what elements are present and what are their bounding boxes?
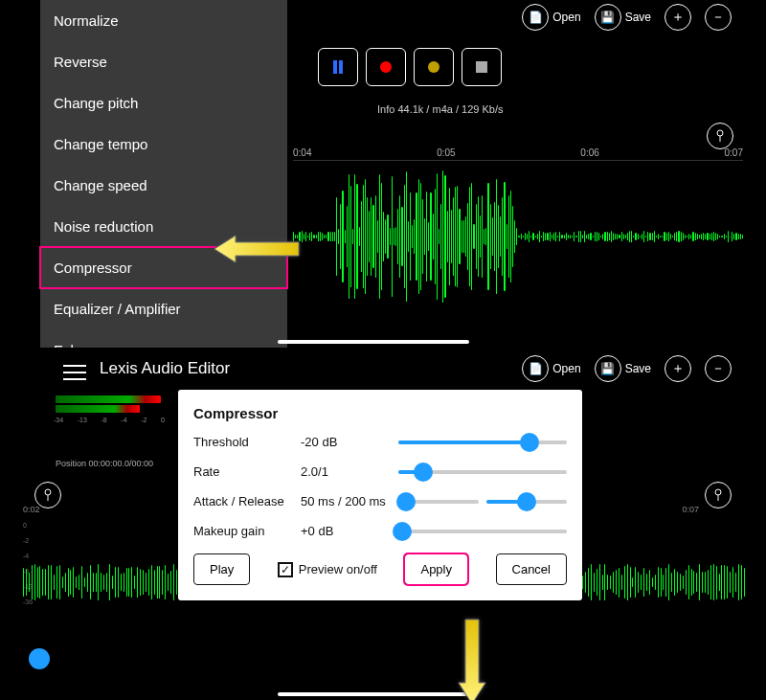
preview-label: Preview on/off (299, 562, 377, 576)
zoom-out-button[interactable]: － (705, 4, 732, 31)
cancel-button[interactable]: Cancel (496, 553, 567, 585)
open-button[interactable]: 📄 (522, 355, 549, 382)
checkbox-icon: ✓ (278, 562, 293, 577)
svg-point-5 (717, 130, 723, 136)
svg-marker-7 (214, 236, 299, 262)
makeup-gain-label: Makeup gain (193, 524, 301, 538)
menu-item-equalizer-amplifier[interactable]: Equalizer / Amplifier (40, 288, 287, 329)
zoom-out-icon: － (711, 9, 725, 26)
pin-marker-right[interactable] (705, 482, 732, 508)
stop-button[interactable] (462, 48, 502, 86)
zoom-out-button[interactable]: － (705, 355, 732, 382)
menu-item-change-pitch[interactable]: Change pitch (40, 82, 287, 124)
svg-rect-0 (333, 60, 337, 74)
app-title: Lexis Audio Editor (100, 359, 230, 378)
pin-icon (42, 488, 54, 502)
svg-marker-12 (459, 620, 485, 700)
file-info: Info 44.1k / m4a / 129 Kb/s (377, 103, 503, 115)
pin-marker-right[interactable] (707, 123, 733, 149)
threshold-value: -20 dB (301, 435, 398, 449)
menu-item-normalize[interactable]: Normalize (40, 0, 287, 41)
save-label: Save (625, 362, 651, 375)
save-icon: 💾 (600, 362, 615, 375)
compressor-dialog: Compressor Threshold -20 dB Rate 2.0/1 A… (178, 390, 582, 600)
transport-controls (318, 48, 502, 86)
svg-rect-4 (476, 61, 487, 73)
zoom-in-button[interactable]: ＋ (665, 355, 691, 382)
zoom-out-icon: － (711, 360, 725, 377)
open-label: Open (552, 362, 580, 375)
callout-arrow-apply (453, 618, 491, 700)
menu-item-change-tempo[interactable]: Change tempo (40, 124, 287, 165)
zoom-in-button[interactable]: ＋ (665, 4, 691, 31)
home-indicator (278, 692, 469, 696)
save-button[interactable]: 💾 (595, 355, 621, 382)
makeup-gain-value: +0 dB (301, 524, 398, 538)
level-meter (56, 395, 161, 415)
tick: 0:06 (580, 147, 598, 158)
zoom-in-icon: ＋ (671, 9, 685, 26)
open-button[interactable]: 📄 (522, 4, 549, 31)
release-slider[interactable] (486, 500, 567, 504)
dialog-title: Compressor (193, 405, 567, 421)
menu-button[interactable] (63, 360, 86, 385)
scrub-handle[interactable] (29, 648, 50, 669)
threshold-slider[interactable] (398, 440, 567, 444)
tick: 0:05 (437, 147, 455, 158)
apply-button[interactable]: Apply (404, 553, 468, 585)
file-open-icon: 📄 (529, 362, 543, 375)
save-icon: 💾 (600, 11, 615, 24)
rate-value: 2.0/1 (301, 464, 398, 479)
pin-icon (714, 129, 726, 143)
threshold-label: Threshold (193, 435, 301, 449)
waveform-display[interactable] (293, 165, 743, 308)
svg-rect-1 (339, 60, 343, 74)
attack-release-label: Attack / Release (193, 494, 301, 508)
svg-point-10 (715, 489, 721, 495)
save-button[interactable]: 💾 (595, 4, 621, 31)
screenshot-top: Normalize Reverse Change pitch Change te… (0, 0, 766, 348)
rate-slider[interactable] (398, 470, 567, 474)
playhead-position: Position 00:00:00.0/00:00 (56, 459, 153, 468)
rate-label: Rate (193, 464, 301, 479)
effects-menu: Normalize Reverse Change pitch Change te… (40, 0, 287, 371)
preview-toggle[interactable]: ✓ Preview on/off (278, 562, 377, 577)
record-button[interactable] (366, 48, 406, 86)
svg-point-2 (380, 61, 392, 73)
attack-slider[interactable] (398, 500, 479, 504)
menu-item-change-speed[interactable]: Change speed (40, 165, 287, 206)
home-indicator (278, 340, 469, 344)
tick: 0:07 (725, 147, 743, 158)
tick: 0:04 (293, 147, 311, 158)
pin-icon (712, 488, 724, 502)
svg-point-3 (428, 61, 439, 73)
menu-item-reverse[interactable]: Reverse (40, 41, 287, 82)
callout-arrow-menu (214, 230, 301, 268)
toolbar: 📄 Open 💾 Save ＋ － (522, 355, 732, 382)
play-marker-button[interactable] (414, 48, 454, 86)
pause-button[interactable] (318, 48, 358, 86)
time-tick: 0:07 (682, 505, 699, 514)
attack-release-value: 50 ms / 200 ms (301, 494, 398, 508)
meter-labels: -34-13-8-4-20 (54, 417, 165, 423)
open-label: Open (552, 11, 580, 24)
time-tick: 0:02 (23, 505, 40, 514)
save-label: Save (625, 11, 651, 24)
time-axis: 0:04 0:05 0:06 0:07 (293, 147, 743, 161)
file-open-icon: 📄 (529, 11, 543, 24)
svg-point-8 (45, 489, 51, 495)
toolbar: 📄 Open 💾 Save ＋ － (522, 4, 732, 31)
zoom-in-icon: ＋ (671, 360, 685, 377)
makeup-gain-slider[interactable] (398, 530, 567, 533)
play-button[interactable]: Play (193, 553, 250, 585)
